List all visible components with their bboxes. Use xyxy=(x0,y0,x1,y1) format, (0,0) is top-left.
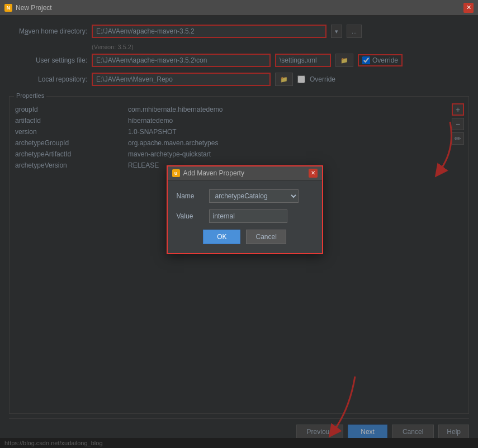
modal-value-input[interactable] xyxy=(209,209,287,223)
main-window: Maven home directory: ▾ ... (Version: 3.… xyxy=(0,16,478,448)
app-icon: N xyxy=(4,4,12,12)
modal-value-row: Value xyxy=(177,209,313,223)
modal-title-left: u Add Maven Property xyxy=(172,169,244,177)
modal-name-row: Name archetypeCatalog xyxy=(177,189,313,203)
title-bar: N New Project ✕ xyxy=(0,0,478,16)
modal-buttons: OK Cancel xyxy=(177,230,313,244)
modal-overlay: u Add Maven Property ✕ Name archetypeCat… xyxy=(0,16,478,448)
modal-dialog: u Add Maven Property ✕ Name archetypeCat… xyxy=(167,165,323,254)
modal-ok-button[interactable]: OK xyxy=(203,230,240,244)
modal-title-bar: u Add Maven Property ✕ xyxy=(168,166,322,180)
title-bar-left: N New Project xyxy=(4,4,52,12)
modal-cancel-button[interactable]: Cancel xyxy=(246,230,286,244)
modal-name-select[interactable]: archetypeCatalog xyxy=(209,189,299,203)
modal-name-label: Name xyxy=(177,192,205,200)
modal-close-button[interactable]: ✕ xyxy=(309,169,318,178)
modal-body: Name archetypeCatalog Value OK Cancel xyxy=(168,180,322,253)
modal-app-icon: u xyxy=(172,169,180,177)
window-title: New Project xyxy=(16,4,52,12)
close-button[interactable]: ✕ xyxy=(463,3,474,13)
modal-title-text: Add Maven Property xyxy=(183,169,244,177)
modal-value-label: Value xyxy=(177,212,205,220)
